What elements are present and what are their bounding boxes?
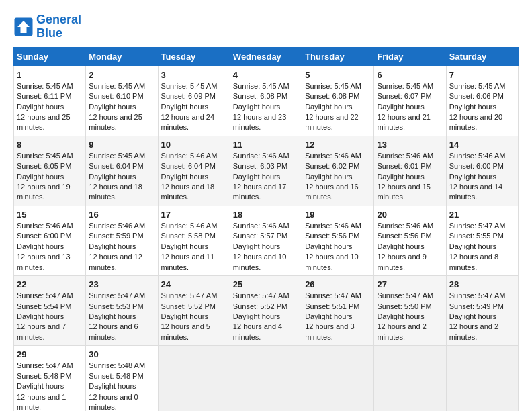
daylight-label: Daylight hours <box>161 312 208 320</box>
daylight-hours: 12 hours and 2 minutes. <box>377 322 426 340</box>
day-number: 26 <box>305 279 371 291</box>
calendar-cell: 13Sunrise: 5:46 AMSunset: 6:01 PMDayligh… <box>374 136 446 205</box>
sunset: Sunset: 6:04 PM <box>161 162 216 170</box>
daylight-hours: 12 hours and 25 minutes. <box>89 113 142 131</box>
sunset: Sunset: 5:59 PM <box>89 232 143 240</box>
sunrise: Sunrise: 5:45 AM <box>17 152 73 160</box>
daylight-hours: 12 hours and 8 minutes. <box>449 253 498 271</box>
header-sunday: Sunday <box>14 47 86 66</box>
daylight-hours: 12 hours and 1 minute. <box>17 393 66 411</box>
daylight-label: Daylight hours <box>377 312 424 320</box>
daylight-hours: 12 hours and 3 minutes. <box>305 322 354 340</box>
day-number: 18 <box>233 209 299 221</box>
calendar-cell: 17Sunrise: 5:46 AMSunset: 5:58 PMDayligh… <box>158 205 230 275</box>
sunset: Sunset: 5:56 PM <box>305 232 359 240</box>
day-number: 24 <box>161 279 227 291</box>
sunrise: Sunrise: 5:46 AM <box>161 222 218 230</box>
day-number: 17 <box>161 209 227 221</box>
day-number: 14 <box>449 139 515 151</box>
daylight-label: Daylight hours <box>233 103 280 111</box>
daylight-label: Daylight hours <box>89 312 136 320</box>
calendar-cell: 7Sunrise: 5:45 AMSunset: 6:06 PMDaylight… <box>446 66 518 136</box>
calendar-cell: 11Sunrise: 5:46 AMSunset: 6:03 PMDayligh… <box>230 136 302 205</box>
daylight-hours: 12 hours and 12 minutes. <box>89 253 142 271</box>
daylight-hours: 12 hours and 22 minutes. <box>305 113 359 131</box>
calendar-cell: 3Sunrise: 5:45 AMSunset: 6:09 PMDaylight… <box>158 66 230 136</box>
day-number: 9 <box>89 139 154 151</box>
calendar-cell <box>374 346 446 411</box>
calendar-cell <box>230 346 302 411</box>
daylight-label: Daylight hours <box>17 242 64 250</box>
day-number: 8 <box>17 139 83 151</box>
day-number: 28 <box>449 279 515 291</box>
daylight-hours: 12 hours and 14 minutes. <box>449 183 503 201</box>
sunset: Sunset: 6:02 PM <box>305 162 359 170</box>
day-number: 19 <box>305 209 371 221</box>
header-tuesday: Tuesday <box>158 47 230 66</box>
day-number: 20 <box>377 209 443 221</box>
sunset: Sunset: 6:10 PM <box>89 92 143 100</box>
daylight-label: Daylight hours <box>449 312 496 320</box>
daylight-hours: 12 hours and 0 minutes. <box>89 393 138 411</box>
calendar-cell: 23Sunrise: 5:47 AMSunset: 5:53 PMDayligh… <box>86 276 158 346</box>
sunrise: Sunrise: 5:45 AM <box>89 152 145 160</box>
calendar-cell: 6Sunrise: 5:45 AMSunset: 6:07 PMDaylight… <box>374 66 446 136</box>
daylight-hours: 12 hours and 21 minutes. <box>377 113 431 131</box>
daylight-hours: 12 hours and 11 minutes. <box>161 253 215 271</box>
sunset: Sunset: 6:01 PM <box>377 162 431 170</box>
header: General Blue <box>13 13 519 40</box>
daylight-label: Daylight hours <box>17 382 64 390</box>
daylight-label: Daylight hours <box>161 242 208 250</box>
calendar-cell <box>158 346 230 411</box>
sunrise: Sunrise: 5:47 AM <box>449 222 506 230</box>
daylight-label: Daylight hours <box>233 312 280 320</box>
sunset: Sunset: 5:52 PM <box>233 302 287 310</box>
day-number: 10 <box>161 139 227 151</box>
day-number: 21 <box>449 209 515 221</box>
day-number: 25 <box>233 279 299 291</box>
sunset: Sunset: 5:51 PM <box>305 302 359 310</box>
header-saturday: Saturday <box>446 47 518 66</box>
daylight-hours: 12 hours and 10 minutes. <box>305 253 359 271</box>
daylight-label: Daylight hours <box>305 242 352 250</box>
sunset: Sunset: 5:52 PM <box>161 302 216 310</box>
day-number: 5 <box>305 69 371 81</box>
calendar-cell: 26Sunrise: 5:47 AMSunset: 5:51 PMDayligh… <box>302 276 374 346</box>
daylight-label: Daylight hours <box>377 242 424 250</box>
daylight-hours: 12 hours and 2 minutes. <box>449 322 498 340</box>
day-number: 16 <box>89 209 154 221</box>
sunrise: Sunrise: 5:46 AM <box>449 152 506 160</box>
sunrise: Sunrise: 5:48 AM <box>89 361 145 369</box>
calendar-cell: 19Sunrise: 5:46 AMSunset: 5:56 PMDayligh… <box>302 205 374 275</box>
daylight-hours: 12 hours and 13 minutes. <box>17 253 71 271</box>
day-number: 11 <box>233 139 299 151</box>
header-friday: Friday <box>374 47 446 66</box>
calendar-header-row: SundayMondayTuesdayWednesdayThursdayFrid… <box>14 47 519 66</box>
sunset: Sunset: 6:00 PM <box>17 232 71 240</box>
calendar-cell: 4Sunrise: 5:45 AMSunset: 6:08 PMDaylight… <box>230 66 302 136</box>
sunrise: Sunrise: 5:46 AM <box>377 222 433 230</box>
daylight-label: Daylight hours <box>377 103 424 111</box>
daylight-label: Daylight hours <box>449 242 496 250</box>
sunset: Sunset: 5:48 PM <box>17 372 71 380</box>
sunset: Sunset: 5:56 PM <box>377 232 431 240</box>
calendar-cell <box>302 346 374 411</box>
calendar-table: SundayMondayTuesdayWednesdayThursdayFrid… <box>13 47 519 411</box>
calendar-week-4: 22Sunrise: 5:47 AMSunset: 5:54 PMDayligh… <box>14 276 519 346</box>
sunset: Sunset: 5:49 PM <box>449 302 504 310</box>
sunrise: Sunrise: 5:46 AM <box>305 222 361 230</box>
sunrise: Sunrise: 5:46 AM <box>17 222 73 230</box>
calendar-cell: 15Sunrise: 5:46 AMSunset: 6:00 PMDayligh… <box>14 205 86 275</box>
calendar-week-3: 15Sunrise: 5:46 AMSunset: 6:00 PMDayligh… <box>14 205 519 275</box>
day-number: 30 <box>89 349 154 361</box>
sunset: Sunset: 5:53 PM <box>89 302 143 310</box>
sunset: Sunset: 6:07 PM <box>377 92 431 100</box>
daylight-hours: 12 hours and 18 minutes. <box>89 183 142 201</box>
daylight-hours: 12 hours and 9 minutes. <box>377 253 426 271</box>
day-number: 27 <box>377 279 443 291</box>
calendar-cell: 8Sunrise: 5:45 AMSunset: 6:05 PMDaylight… <box>14 136 86 205</box>
daylight-hours: 12 hours and 17 minutes. <box>233 183 287 201</box>
day-number: 6 <box>377 69 443 81</box>
sunset: Sunset: 5:55 PM <box>449 232 504 240</box>
sunrise: Sunrise: 5:47 AM <box>233 291 290 300</box>
